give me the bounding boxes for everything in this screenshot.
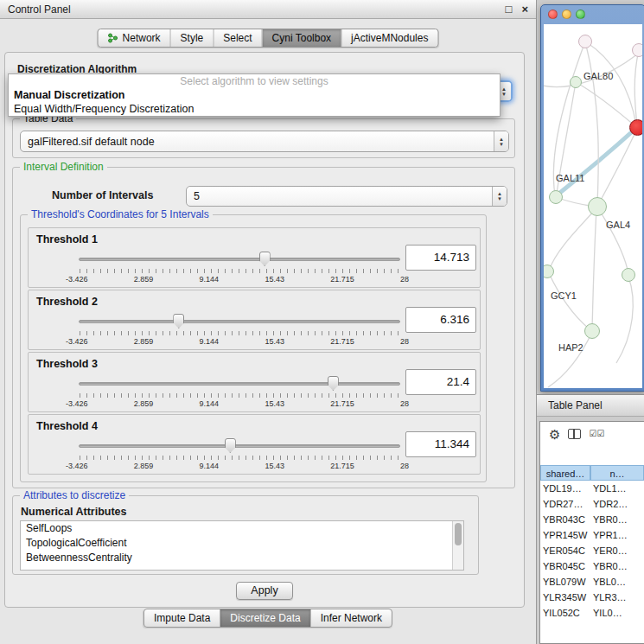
bottom-tab-bar: Impute Data Discretize Data Infer Networ… [143, 609, 392, 628]
table-row[interactable]: YLR345WYLR3… [540, 590, 644, 605]
tab-network-label: Network [123, 32, 161, 44]
threshold-1-value-field[interactable]: 14.713 [405, 245, 476, 271]
slider-thumb[interactable] [259, 252, 271, 266]
network-node[interactable] [578, 35, 592, 48]
table-data-combobox[interactable]: galFiltered.sif default node ▲▼ [20, 131, 509, 152]
tab-network[interactable]: Network [99, 29, 171, 47]
dropdown-option-manual-discretization[interactable]: Manual Discretization [9, 88, 500, 102]
list-item[interactable]: SelfLoops [21, 521, 463, 536]
threshold-2-panel: Threshold 2 -3.4262.8599.14415.4321.7152… [28, 290, 481, 350]
float-window-icon[interactable]: □ [506, 3, 513, 15]
slider-ticks [80, 393, 399, 398]
network-node-gal11[interactable] [549, 190, 563, 204]
right-dock: GAL80 GAL11 GAL4 GCY1 HAP2 Table Panel ⚙… [536, 0, 644, 644]
threshold-3-label: Threshold 3 [36, 358, 98, 370]
threshold-3-slider[interactable]: -3.4262.8599.14415.4321.71528 [79, 375, 400, 410]
node-label-gal80: GAL80 [583, 71, 613, 81]
numerical-attributes-label: Numerical Attributes [21, 506, 126, 518]
apply-button[interactable]: Apply [236, 582, 293, 600]
network-node-gal80[interactable] [570, 76, 582, 88]
threshold-3-value-field[interactable]: 21.4 [405, 369, 476, 395]
tab-infer-network[interactable]: Infer Network [311, 609, 392, 627]
threshold-4-value-field[interactable]: 11.344 [405, 431, 476, 457]
algorithm-dropdown-popup: Select algorithm to view settings Manual… [8, 73, 501, 117]
network-canvas[interactable]: GAL80 GAL11 GAL4 GCY1 HAP2 [544, 24, 642, 388]
tab-discretize-data[interactable]: Discretize Data [220, 609, 310, 627]
dropdown-option-equal-width-frequency[interactable]: Equal Width/Frequency Discretization [9, 102, 500, 116]
network-node-gal4[interactable] [588, 197, 607, 216]
close-icon[interactable]: × [521, 3, 528, 15]
network-view-window: GAL80 GAL11 GAL4 GCY1 HAP2 [540, 4, 644, 392]
network-icon [108, 33, 118, 43]
node-label-gcy1: GCY1 [551, 290, 577, 301]
table-data-selected-value: galFiltered.sif default node [28, 136, 494, 148]
top-tab-bar: Network Style Select Cyni Toolbox jActiv… [98, 29, 439, 48]
settings-gear-icon[interactable]: ⚙ [549, 428, 560, 441]
slider-ticks [80, 269, 399, 273]
number-of-intervals-label: Number of Intervals [52, 189, 153, 201]
column-header-name[interactable]: n… [590, 465, 644, 481]
node-label-hap2: HAP2 [558, 342, 583, 353]
zoom-traffic-light-icon[interactable] [576, 10, 585, 19]
threshold-1-panel: Threshold 1 -3.4262.8599.14415.4321.7152… [28, 227, 481, 288]
slider-track[interactable] [79, 258, 400, 261]
thresholds-group: Threshold's Coordinates for 5 Intervals … [20, 214, 487, 482]
network-node-selected[interactable] [629, 119, 642, 136]
table-row[interactable]: YBR043CYBR0… [540, 512, 644, 527]
slider-thumb[interactable] [328, 376, 339, 391]
node-table: shared… n… YDL19…YDL1… YDR27…YDR2… YBR04… [540, 465, 644, 621]
columns-icon[interactable] [568, 429, 581, 439]
interval-definition-group: Interval Definition Number of Intervals … [12, 167, 515, 488]
table-row[interactable]: YBL079WYBL0… [540, 574, 644, 590]
network-node[interactable] [622, 268, 635, 282]
tab-style[interactable]: Style [171, 29, 214, 47]
threshold-4-panel: Threshold 4 -3.4262.8599.14415.4321.7152… [28, 414, 481, 475]
table-panel-title: Table Panel [548, 399, 603, 411]
threshold-2-value-field[interactable]: 6.316 [405, 307, 476, 333]
window-traffic-lights [548, 10, 585, 19]
table-toolbar: ⚙ ☑☑ [540, 422, 644, 446]
table-row[interactable]: YIL052CYIL0… [540, 605, 644, 621]
combo-stepper-icon[interactable]: ▲▼ [494, 131, 508, 151]
control-panel-window: Control Panel □ × Network Style Select C… [0, 0, 536, 644]
close-traffic-light-icon[interactable] [548, 10, 558, 19]
number-of-intervals-combobox[interactable]: 5 ▲▼ [186, 186, 507, 207]
combo-stepper-icon[interactable]: ▲▼ [492, 187, 507, 206]
slider-thumb[interactable] [225, 438, 236, 453]
minimize-traffic-light-icon[interactable] [562, 10, 571, 19]
threshold-4-slider[interactable]: -3.4262.8599.14415.4321.71528 [79, 437, 400, 472]
slider-thumb[interactable] [173, 314, 184, 328]
slider-track[interactable] [79, 382, 400, 386]
thresholds-group-title: Threshold's Coordinates for 5 Intervals [28, 208, 213, 220]
scrollbar-thumb[interactable] [455, 523, 462, 545]
table-header-row: shared… n… [540, 465, 644, 481]
dropdown-prompt: Select algorithm to view settings [9, 74, 500, 88]
network-node[interactable] [632, 43, 642, 57]
attributes-scrollbar[interactable] [452, 521, 463, 570]
table-row[interactable]: YDL19…YDL1… [540, 481, 644, 496]
table-row[interactable]: YBR045CYBR0… [540, 558, 644, 574]
slider-track[interactable] [79, 444, 400, 448]
slider-scale: -3.4262.8599.14415.4321.71528 [66, 275, 409, 284]
list-item[interactable]: TopologicalCoefficient [21, 536, 463, 551]
tab-jactivemnodules[interactable]: jActiveMNodules [341, 29, 437, 47]
threshold-1-label: Threshold 1 [36, 233, 98, 245]
control-panel-titlebar: Control Panel □ × [0, 0, 536, 19]
tab-impute-data[interactable]: Impute Data [144, 609, 220, 627]
list-item[interactable]: BetweennessCentrality [21, 551, 463, 565]
tab-cyni-toolbox[interactable]: Cyni Toolbox [263, 29, 341, 47]
screen: Control Panel □ × Network Style Select C… [0, 0, 644, 644]
threshold-2-label: Threshold 2 [36, 296, 98, 308]
threshold-2-slider[interactable]: -3.4262.8599.14415.4321.71528 [79, 313, 400, 348]
select-columns-icon[interactable]: ☑☑ [589, 430, 604, 438]
table-row[interactable]: YDR27…YDR2… [540, 496, 644, 512]
slider-track[interactable] [79, 320, 400, 323]
network-node-hap2[interactable] [584, 323, 600, 339]
number-of-intervals-value: 5 [194, 190, 492, 202]
threshold-1-slider[interactable]: -3.4262.8599.14415.4321.71528 [79, 251, 400, 285]
table-row[interactable]: YPR145WYPR1… [540, 527, 644, 543]
attributes-group-title: Attributes to discretize [20, 489, 129, 501]
table-row[interactable]: YER054CYER0… [540, 543, 644, 558]
tab-select[interactable]: Select [214, 29, 262, 47]
column-header-shared-name[interactable]: shared… [540, 465, 590, 481]
